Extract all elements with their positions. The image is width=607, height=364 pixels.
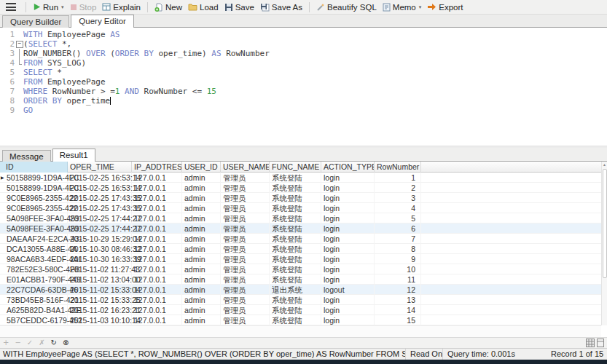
cell[interactable]: 管理员 — [221, 223, 270, 234]
cell[interactable]: 5 — [375, 213, 421, 223]
table-row[interactable]: E01ACBB1-790F-4492015-11-02 13:04:00127.… — [0, 274, 607, 285]
cell[interactable]: admin — [182, 193, 221, 203]
cell[interactable]: 127.0.0.1 — [132, 213, 182, 223]
cell[interactable]: 73BD45E8-516F-421 — [0, 295, 68, 305]
cell[interactable]: 9 — [375, 254, 421, 264]
cell[interactable]: login — [321, 173, 375, 183]
cell[interactable]: login — [321, 315, 375, 325]
cell[interactable]: 127.0.0.1 — [132, 315, 182, 325]
cell[interactable]: 2015-11-02 15:33:25 — [68, 295, 132, 305]
cell[interactable]: 127.0.0.1 — [132, 173, 182, 183]
cell[interactable]: ▶50158899-1D9A-4FC — [0, 173, 68, 183]
cell[interactable]: 127.0.0.1 — [132, 203, 182, 213]
horizontal-scrollbar[interactable] — [0, 325, 601, 337]
cell[interactable]: 2015-02-25 17:43:35 — [68, 203, 132, 213]
cell[interactable]: 2015-10-30 16:33:39 — [68, 254, 132, 264]
cell[interactable]: 2015-11-02 11:27:43 — [68, 264, 132, 274]
cell[interactable]: 管理员 — [221, 254, 270, 264]
cell[interactable]: 管理员 — [221, 274, 270, 285]
load-button[interactable]: Load — [185, 1, 222, 13]
column-header-id[interactable]: ID — [0, 162, 68, 173]
cell[interactable]: 2015-02-25 16:53:14 — [68, 183, 132, 193]
cell[interactable]: DAEAAF24-E2CA-43- — [0, 234, 68, 244]
cell[interactable]: login — [321, 193, 375, 203]
refresh-icon[interactable]: ↻ — [51, 339, 57, 347]
cell[interactable]: 22C7CDA6-63DB-46 — [0, 285, 68, 295]
table-row[interactable]: 98ACA6B3-4EDF-4AI2015-10-30 16:33:39127.… — [0, 254, 607, 264]
column-header-user_id[interactable]: USER_ID — [182, 162, 221, 173]
scrollbar-thumb[interactable] — [603, 169, 607, 278]
cell[interactable]: 7 — [375, 234, 421, 244]
tab-message[interactable]: Message — [2, 150, 51, 162]
cell[interactable]: 127.0.0.1 — [132, 285, 182, 295]
table-row[interactable]: 782E52E3-580C-4FB2015-11-02 11:27:43127.… — [0, 264, 607, 274]
cell[interactable]: 127.0.0.1 — [132, 295, 182, 305]
cell[interactable]: 2015-11-02 13:04:00 — [68, 274, 132, 285]
cell[interactable]: admin — [182, 173, 221, 183]
cell[interactable]: 127.0.0.1 — [132, 183, 182, 193]
cell[interactable]: admin — [182, 274, 221, 285]
cell[interactable]: 系统登陆 — [270, 183, 321, 193]
cell[interactable]: 系统登陆 — [270, 305, 321, 315]
table-row[interactable]: DAEAAF24-E2CA-43-2015-10-29 15:29:04127.… — [0, 234, 607, 244]
cell[interactable]: 127.0.0.1 — [132, 193, 182, 203]
table-row[interactable]: A625B82D-B4A1-42E2015-11-02 16:23:21127.… — [0, 305, 607, 315]
cell[interactable]: admin — [182, 264, 221, 274]
cell[interactable]: 5A098FEE-3FA0-459 — [0, 223, 68, 234]
cell[interactable]: 2015-02-25 16:53:14 — [68, 173, 132, 183]
cell[interactable]: 127.0.0.1 — [132, 223, 182, 234]
cell[interactable]: 50158899-1D9A-4FC — [0, 183, 68, 193]
table-row[interactable]: ▶50158899-1D9A-4FC2015-02-25 16:53:14127… — [0, 173, 607, 183]
cell[interactable]: admin — [182, 223, 221, 234]
cell[interactable]: 管理员 — [221, 315, 270, 325]
cell[interactable]: admin — [182, 305, 221, 315]
cell[interactable]: 系统登陆 — [270, 264, 321, 274]
cell[interactable]: 10 — [375, 264, 421, 274]
cell[interactable]: login — [321, 234, 375, 244]
cell[interactable]: 127.0.0.1 — [132, 264, 182, 274]
cell[interactable]: login — [321, 274, 375, 285]
table-row[interactable]: 5B7CEDDC-6179-4522015-11-03 10:10:14127.… — [0, 315, 607, 325]
cell[interactable]: 98ACA6B3-4EDF-4AI — [0, 254, 68, 264]
save-button[interactable]: Save — [222, 1, 257, 13]
cell[interactable]: 2015-11-02 16:23:21 — [68, 305, 132, 315]
cell[interactable]: 管理员 — [221, 234, 270, 244]
cell[interactable]: 12 — [375, 285, 421, 295]
cell[interactable]: E01ACBB1-790F-449 — [0, 274, 68, 285]
vertical-scrollbar[interactable]: ▲ — [601, 162, 607, 325]
cell[interactable]: 5A098FEE-3FA0-459 — [0, 213, 68, 223]
cell[interactable]: 系统登陆 — [270, 193, 321, 203]
cell[interactable]: 6 — [375, 223, 421, 234]
cell[interactable]: login — [321, 183, 375, 193]
cell[interactable]: login — [321, 244, 375, 254]
cell[interactable]: admin — [182, 254, 221, 264]
cell[interactable]: 系统登陆 — [270, 244, 321, 254]
memo-button[interactable]: Memo ▾ — [380, 1, 424, 13]
cell[interactable]: 退出系统 — [270, 285, 321, 295]
sql-editor[interactable]: 1WITH EmployeePage AS2(SELECT *,3ROW_NUM… — [0, 28, 607, 146]
cell[interactable]: login — [321, 264, 375, 274]
beautify-sql-button[interactable]: Beautify SQL — [313, 1, 380, 13]
cell[interactable]: 管理员 — [221, 183, 270, 193]
cell[interactable]: login — [321, 295, 375, 305]
cell[interactable]: admin — [182, 295, 221, 305]
cell[interactable]: 2015-11-02 15:33:04 — [68, 285, 132, 295]
cell[interactable]: 15 — [375, 315, 421, 325]
cell[interactable]: 系统登陆 — [270, 315, 321, 325]
cell[interactable]: 系统登陆 — [270, 203, 321, 213]
table-row[interactable]: 22C7CDA6-63DB-462015-11-02 15:33:04127.0… — [0, 285, 607, 295]
cell[interactable]: logout — [321, 285, 375, 295]
cell[interactable]: 2015-02-25 17:44:27 — [68, 223, 132, 234]
cell[interactable]: 127.0.0.1 — [132, 254, 182, 264]
menu-hamburger-icon[interactable] — [6, 3, 16, 11]
form-view-icon[interactable] — [597, 339, 604, 347]
cell[interactable]: 管理员 — [221, 173, 270, 183]
cell[interactable]: 系统登陆 — [270, 213, 321, 223]
column-header-func_name[interactable]: FUNC_NAME — [270, 162, 321, 173]
save-as-button[interactable]: Save As — [257, 1, 305, 13]
cell[interactable]: A625B82D-B4A1-42E — [0, 305, 68, 315]
cell[interactable]: 2015-10-29 15:29:04 — [68, 234, 132, 244]
column-header-ip_addtress[interactable]: IP_ADDTRESS — [132, 162, 182, 173]
cell[interactable]: 2015-02-25 17:44:27 — [68, 213, 132, 223]
cell[interactable]: admin — [182, 213, 221, 223]
